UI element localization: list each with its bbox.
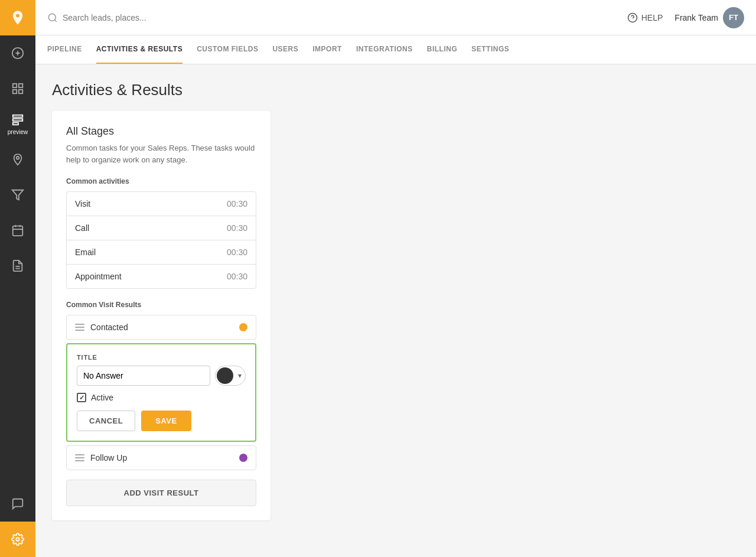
result-dot-contacted bbox=[239, 323, 247, 331]
result-name-contacted: Contacted bbox=[90, 323, 239, 332]
toggle-circle bbox=[217, 367, 233, 384]
activity-name-call: Call bbox=[75, 223, 89, 233]
svg-point-1 bbox=[16, 14, 19, 18]
user-name: Frank Team bbox=[674, 13, 718, 22]
help-button[interactable]: HELP bbox=[627, 12, 663, 23]
add-visit-result-button[interactable]: ADD VISIT RESULT bbox=[66, 480, 256, 506]
svg-rect-6 bbox=[19, 84, 22, 87]
activity-item-call[interactable]: Call 00:30 bbox=[67, 216, 256, 240]
result-dot-followup bbox=[239, 454, 247, 462]
sidebar-item-add[interactable] bbox=[0, 35, 35, 71]
all-stages-card: All Stages Common tasks for your Sales R… bbox=[52, 111, 271, 520]
activity-item-email[interactable]: Email 00:30 bbox=[67, 240, 256, 265]
tab-pipeline[interactable]: PIPELINE bbox=[47, 35, 82, 64]
sidebar-preview-label: preview bbox=[8, 129, 28, 135]
activity-name-email: Email bbox=[75, 247, 96, 257]
svg-point-21 bbox=[48, 14, 56, 21]
activity-time-call: 00:30 bbox=[227, 223, 247, 233]
visit-results-label: Common Visit Results bbox=[66, 301, 256, 309]
card-description: Common tasks for your Sales Reps. These … bbox=[66, 142, 256, 165]
form-title-row: ▾ bbox=[77, 366, 246, 386]
edit-form: TITLE ▾ Active CANCEL SAVE bbox=[66, 343, 256, 442]
header: HELP Frank Team FT bbox=[35, 0, 756, 35]
sidebar-item-calendar[interactable] bbox=[0, 213, 35, 248]
search-container bbox=[47, 12, 627, 23]
result-name-followup: Follow Up bbox=[90, 453, 239, 462]
active-checkbox-row: Active bbox=[77, 393, 246, 402]
main-content: HELP Frank Team FT PIPELINE ACTIVITIES &… bbox=[35, 0, 756, 557]
tab-users[interactable]: USERS bbox=[272, 35, 298, 64]
activity-time-email: 00:30 bbox=[227, 247, 247, 257]
sidebar-item-chat[interactable] bbox=[0, 486, 35, 522]
svg-rect-9 bbox=[13, 115, 23, 117]
card-heading: All Stages bbox=[66, 125, 256, 138]
activity-name-visit: Visit bbox=[75, 199, 90, 209]
tab-import[interactable]: IMPORT bbox=[312, 35, 342, 64]
svg-rect-7 bbox=[13, 90, 17, 93]
activity-time-appointment: 00:30 bbox=[227, 272, 247, 281]
sidebar-item-filter[interactable] bbox=[0, 177, 35, 213]
chevron-down-icon: ▾ bbox=[234, 372, 245, 380]
color-toggle[interactable]: ▾ bbox=[215, 366, 246, 386]
user-avatar: FT bbox=[723, 7, 744, 28]
result-item-contacted[interactable]: Contacted bbox=[66, 315, 256, 340]
tab-integrations[interactable]: INTEGRATIONS bbox=[356, 35, 413, 64]
active-label: Active bbox=[91, 393, 113, 402]
activity-name-appointment: Appointment bbox=[75, 272, 122, 281]
activity-item-appointment[interactable]: Appointment 00:30 bbox=[67, 265, 256, 288]
activities-section-label: Common activities bbox=[66, 177, 256, 185]
page-title: Activities & Results bbox=[52, 81, 739, 99]
result-item-followup[interactable]: Follow Up bbox=[66, 445, 256, 470]
cancel-button[interactable]: CANCEL bbox=[77, 411, 135, 431]
svg-marker-13 bbox=[12, 190, 23, 200]
search-input[interactable] bbox=[63, 13, 240, 22]
sidebar-item-preview[interactable]: preview bbox=[0, 106, 35, 142]
title-input[interactable] bbox=[77, 366, 210, 386]
sidebar-logo[interactable] bbox=[0, 0, 35, 35]
tab-billing[interactable]: BILLING bbox=[427, 35, 458, 64]
svg-rect-5 bbox=[13, 84, 17, 87]
svg-rect-8 bbox=[19, 90, 22, 93]
form-buttons: CANCEL SAVE bbox=[77, 411, 246, 431]
svg-point-20 bbox=[16, 538, 19, 541]
sidebar-bottom bbox=[0, 486, 35, 557]
activity-list: Visit 00:30 Call 00:30 Email 00:30 Appoi… bbox=[66, 191, 256, 289]
nav-tabs: PIPELINE ACTIVITIES & RESULTS CUSTOM FIE… bbox=[35, 35, 756, 64]
drag-handle-followup bbox=[75, 454, 84, 461]
user-profile[interactable]: Frank Team FT bbox=[674, 7, 744, 28]
tab-settings[interactable]: SETTINGS bbox=[471, 35, 509, 64]
sidebar: preview bbox=[0, 0, 35, 557]
save-button[interactable]: SAVE bbox=[141, 411, 191, 431]
svg-rect-10 bbox=[13, 119, 23, 121]
tab-activities[interactable]: ACTIVITIES & RESULTS bbox=[96, 35, 183, 64]
activity-time-visit: 00:30 bbox=[227, 199, 247, 209]
active-checkbox[interactable] bbox=[77, 393, 86, 402]
svg-point-12 bbox=[17, 157, 19, 159]
page-content: Activities & Results All Stages Common t… bbox=[35, 64, 756, 557]
form-title-label: TITLE bbox=[77, 354, 246, 361]
sidebar-item-dashboard[interactable] bbox=[0, 71, 35, 106]
tab-custom-fields[interactable]: CUSTOM FIELDS bbox=[197, 35, 258, 64]
svg-rect-11 bbox=[13, 122, 18, 125]
svg-rect-14 bbox=[13, 226, 23, 236]
help-label: HELP bbox=[641, 13, 663, 22]
header-right: HELP Frank Team FT bbox=[627, 7, 744, 28]
drag-handle-contacted bbox=[75, 324, 84, 331]
sidebar-item-location[interactable] bbox=[0, 142, 35, 177]
svg-line-22 bbox=[54, 19, 56, 21]
sidebar-item-document[interactable] bbox=[0, 248, 35, 284]
activity-item-visit[interactable]: Visit 00:30 bbox=[67, 192, 256, 216]
search-icon bbox=[47, 12, 58, 23]
sidebar-item-settings[interactable] bbox=[0, 522, 35, 557]
